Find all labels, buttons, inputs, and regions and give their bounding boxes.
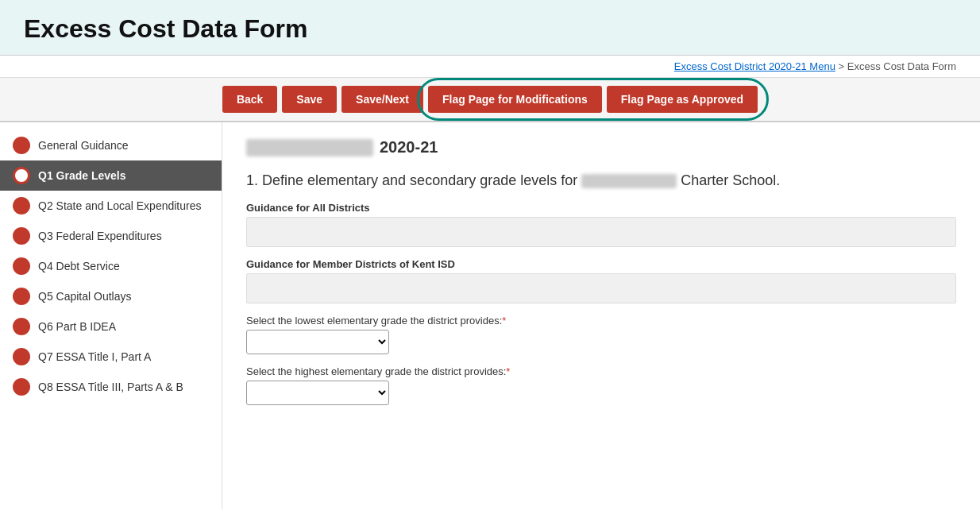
page-title: Excess Cost Data Form: [24, 14, 956, 44]
flag-approved-button[interactable]: Flag Page as Approved: [607, 86, 758, 113]
guidance-all-section: Guidance for All Districts: [246, 202, 956, 247]
breadcrumb-separator: >: [839, 60, 845, 72]
question-suffix: Charter School.: [681, 172, 780, 188]
sidebar-item-q4[interactable]: Q4 Debt Service: [0, 251, 222, 281]
guidance-all-box: [246, 217, 956, 247]
sidebar-item-q3[interactable]: Q3 Federal Expenditures: [0, 221, 222, 251]
sidebar-item-q6[interactable]: Q6 Part B IDEA: [0, 311, 222, 342]
dot-q4: [13, 257, 30, 275]
dot-q7: [13, 348, 30, 365]
breadcrumb-current: Excess Cost Data Form: [847, 60, 956, 72]
sidebar: General GuidanceQ1 Grade LevelsQ2 State …: [0, 122, 222, 509]
guidance-kent-section: Guidance for Member Districts of Kent IS…: [246, 258, 956, 303]
save-next-button[interactable]: Save/Next: [341, 86, 423, 113]
sidebar-label-general-guidance: General Guidance: [38, 139, 129, 152]
question-text: 1. Define elementary and secondary grade…: [246, 171, 956, 191]
content-area: 2020-21 1. Define elementary and seconda…: [222, 122, 980, 509]
dot-q2: [13, 197, 30, 214]
district-title: 2020-21: [246, 138, 956, 157]
highest-grade-select[interactable]: KG123456789101112: [246, 381, 389, 405]
flag-modifications-button[interactable]: Flag Page for Modifications: [428, 86, 602, 113]
select-lowest-section: Select the lowest elementary grade the d…: [246, 315, 956, 354]
sidebar-label-q5: Q5 Capital Outlays: [38, 290, 132, 303]
sidebar-label-q6: Q6 Part B IDEA: [38, 320, 116, 333]
required-marker-2: *: [506, 365, 510, 377]
guidance-all-label: Guidance for All Districts: [246, 202, 956, 214]
sidebar-label-q3: Q3 Federal Expenditures: [38, 230, 162, 242]
select-lowest-label: Select the lowest elementary grade the d…: [246, 315, 956, 327]
dot-general-guidance: [13, 137, 30, 154]
question-prefix: 1. Define elementary and secondary grade…: [246, 172, 577, 188]
dot-q6: [13, 318, 30, 335]
breadcrumb: Excess Cost District 2020-21 Menu > Exce…: [0, 56, 980, 78]
dot-q5: [13, 288, 30, 305]
lowest-grade-select[interactable]: KG123456789101112: [246, 330, 389, 354]
breadcrumb-link[interactable]: Excess Cost District 2020-21 Menu: [674, 60, 835, 72]
dot-q3: [13, 227, 30, 245]
sidebar-label-q1: Q1 Grade Levels: [38, 169, 126, 182]
sidebar-item-general-guidance[interactable]: General Guidance: [0, 130, 222, 160]
back-button[interactable]: Back: [222, 86, 277, 113]
dot-q8: [13, 378, 30, 396]
sidebar-item-q7[interactable]: Q7 ESSA Title I, Part A: [0, 342, 222, 372]
sidebar-item-q2[interactable]: Q2 State and Local Expenditures: [0, 191, 222, 221]
select-highest-label: Select the highest elementary grade the …: [246, 365, 956, 377]
sidebar-label-q7: Q7 ESSA Title I, Part A: [38, 350, 151, 363]
header-banner: Excess Cost Data Form: [0, 0, 980, 56]
save-button[interactable]: Save: [282, 86, 337, 113]
sidebar-item-q5[interactable]: Q5 Capital Outlays: [0, 281, 222, 311]
flag-group: Flag Page for Modifications Flag Page as…: [428, 86, 758, 113]
select-highest-section: Select the highest elementary grade the …: [246, 365, 956, 405]
district-name-blurred: [246, 139, 373, 157]
required-marker-1: *: [502, 315, 506, 327]
sidebar-item-q1[interactable]: Q1 Grade Levels: [0, 160, 222, 191]
dot-q1: [13, 167, 30, 184]
main-layout: General GuidanceQ1 Grade LevelsQ2 State …: [0, 122, 980, 509]
district-year: 2020-21: [380, 138, 438, 157]
sidebar-label-q4: Q4 Debt Service: [38, 260, 120, 272]
sidebar-item-q8[interactable]: Q8 ESSA Title III, Parts A & B: [0, 372, 222, 402]
school-name-blurred: [581, 174, 677, 188]
guidance-kent-label: Guidance for Member Districts of Kent IS…: [246, 258, 956, 270]
guidance-kent-box: [246, 273, 956, 303]
sidebar-label-q8: Q8 ESSA Title III, Parts A & B: [38, 381, 183, 393]
sidebar-label-q2: Q2 State and Local Expenditures: [38, 199, 201, 212]
toolbar: Back Save Save/Next Flag Page for Modifi…: [0, 78, 980, 122]
